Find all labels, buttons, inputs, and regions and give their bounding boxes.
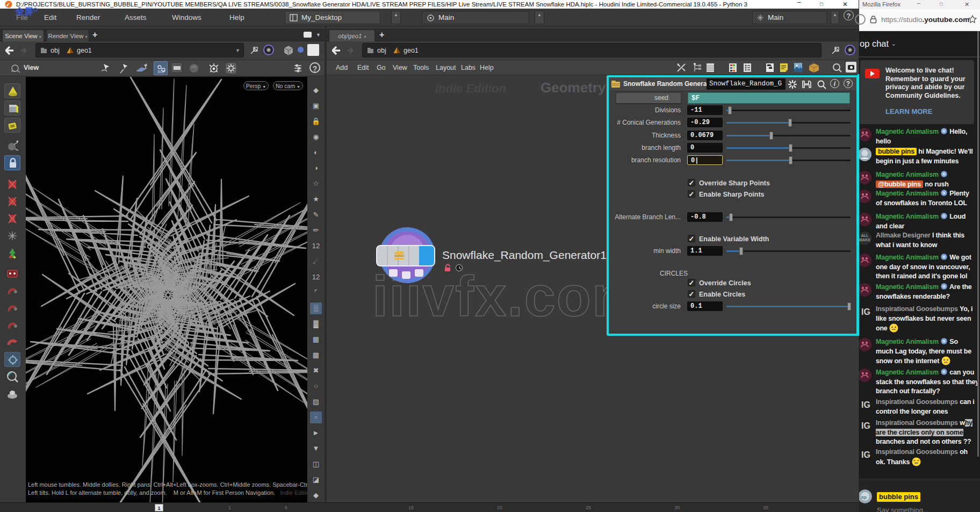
svg-text:SOP: SOP bbox=[157, 70, 165, 74]
svg-text:bp: bp bbox=[861, 495, 867, 500]
